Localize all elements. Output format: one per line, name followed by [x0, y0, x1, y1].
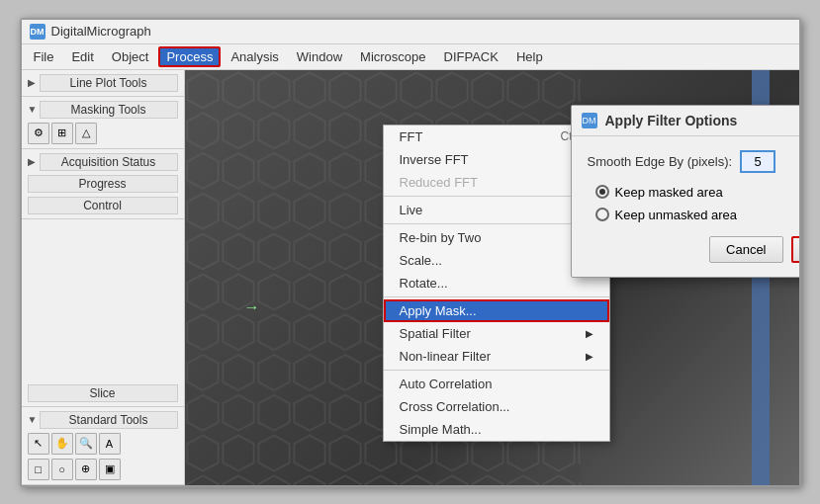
right-panel: → FFT Ctrl+F Inverse FFT Reduced FFT Liv… [185, 70, 799, 485]
dialog-buttons: Cancel OK [588, 236, 799, 263]
menu-apply-mask[interactable]: Apply Mask... [384, 299, 609, 322]
progress-row: Progress [24, 173, 182, 195]
line-plot-arrow: ▶ [28, 77, 40, 88]
menu-difpack[interactable]: DIFPACK [436, 46, 506, 67]
acquisition-label: Acquisition Status [40, 153, 178, 171]
tool-image[interactable]: ▣ [99, 459, 121, 480]
tool-grid[interactable]: ⊞ [51, 123, 73, 144]
menu-window[interactable]: Window [289, 46, 350, 67]
masking-arrow: ▼ [28, 104, 40, 115]
control-row: Control [24, 195, 182, 216]
acquisition-row: ▶ Acquisition Status [24, 151, 182, 173]
menu-help[interactable]: Help [508, 46, 551, 67]
standard-arrow: ▼ [28, 414, 40, 425]
menu-spatial-filter[interactable]: Spatial Filter ▶ [384, 322, 609, 345]
tool-rect[interactable]: □ [28, 459, 49, 480]
apply-filter-dialog: DM Apply Filter Options × Smooth Edge By… [571, 105, 799, 278]
menu-analysis[interactable]: Analysis [223, 46, 286, 67]
smooth-edge-input[interactable] [740, 150, 775, 173]
tool-circle[interactable]: ○ [51, 459, 73, 480]
left-panel: ▶ Line Plot Tools ▼ Masking Tools ⚙ ⊞ △ … [22, 70, 185, 485]
menu-microscope[interactable]: Microscope [352, 46, 433, 67]
line-plot-section: ▶ Line Plot Tools [22, 70, 184, 97]
app-title: DigitalMicrograph [51, 24, 151, 39]
arrow-indicator: → [244, 298, 260, 316]
masking-label: Masking Tools [40, 101, 178, 119]
masking-toolbar: ⚙ ⊞ △ [24, 121, 182, 146]
title-bar: DM DigitalMicrograph [22, 20, 799, 44]
acquisition-section: ▶ Acquisition Status Progress Control [22, 149, 184, 219]
menu-object[interactable]: Object [104, 46, 157, 67]
dialog-body: Smooth Edge By (pixels): Keep masked are… [572, 136, 799, 277]
spatial-arrow: ▶ [586, 328, 593, 339]
slice-section: Slice [22, 380, 184, 407]
line-plot-row: ▶ Line Plot Tools [24, 72, 182, 94]
dialog-title-bar: DM Apply Filter Options × [572, 106, 799, 136]
radio-keep-masked-label: Keep masked area [615, 185, 723, 200]
tool-text[interactable]: A [99, 433, 121, 455]
tool-crosshair[interactable]: ⊕ [75, 459, 97, 480]
masking-row: ▼ Masking Tools [24, 99, 182, 121]
menu-auto-correlation[interactable]: Auto Correlation [384, 373, 609, 395]
standard-toolbar: ↖ ✋ 🔍 A [24, 431, 182, 457]
dialog-icon: DM [582, 113, 597, 128]
progress-label: Progress [28, 175, 178, 193]
tool-settings[interactable]: ⚙ [28, 123, 49, 144]
separator-3 [384, 296, 609, 297]
ok-button[interactable]: OK [791, 236, 799, 263]
separator-4 [384, 370, 609, 371]
radio-keep-unmasked-btn[interactable] [595, 208, 609, 221]
app-window: DM DigitalMicrograph File Edit Object Pr… [20, 18, 801, 487]
slice-row: Slice [24, 382, 182, 404]
line-plot-label: Line Plot Tools [40, 74, 178, 92]
radio-keep-masked[interactable]: Keep masked area [595, 185, 799, 200]
menu-cross-correlation[interactable]: Cross Correlation... [384, 395, 609, 418]
menu-file[interactable]: File [26, 46, 62, 67]
menu-nonlinear-filter[interactable]: Non-linear Filter ▶ [384, 345, 609, 368]
standard-toolbar2: □ ○ ⊕ ▣ [24, 457, 182, 482]
standard-tools-row: ▼ Standard Tools [24, 409, 182, 431]
slice-label: Slice [28, 384, 178, 402]
dialog-title: Apply Filter Options [605, 113, 799, 128]
standard-tools-section: ▼ Standard Tools ↖ ✋ 🔍 A □ ○ ⊕ ▣ [22, 407, 184, 485]
smooth-edge-label: Smooth Edge By (pixels): [588, 154, 733, 169]
smooth-edge-row: Smooth Edge By (pixels): [588, 150, 799, 173]
acquisition-arrow: ▶ [28, 156, 40, 167]
cancel-button[interactable]: Cancel [709, 236, 782, 263]
tool-zoom[interactable]: 🔍 [75, 433, 97, 455]
masking-section: ▼ Masking Tools ⚙ ⊞ △ [22, 97, 184, 149]
tool-triangle[interactable]: △ [75, 123, 97, 144]
radio-keep-unmasked-label: Keep unmasked area [615, 208, 738, 222]
radio-keep-unmasked[interactable]: Keep unmasked area [595, 208, 799, 222]
menu-bar: File Edit Object Process Analysis Window… [22, 44, 799, 70]
menu-edit[interactable]: Edit [63, 46, 101, 67]
standard-label: Standard Tools [40, 411, 178, 429]
radio-group: Keep masked area Keep unmasked area [595, 185, 799, 222]
tool-pan[interactable]: ✋ [51, 433, 73, 455]
menu-simple-math[interactable]: Simple Math... [384, 418, 609, 441]
radio-keep-masked-btn[interactable] [595, 185, 609, 199]
app-icon: DM [30, 24, 46, 40]
main-content: ▶ Line Plot Tools ▼ Masking Tools ⚙ ⊞ △ … [22, 70, 799, 485]
menu-process[interactable]: Process [158, 46, 221, 67]
nonlinear-arrow: ▶ [586, 351, 593, 362]
control-label: Control [28, 197, 178, 214]
tool-arrow[interactable]: ↖ [28, 433, 49, 455]
